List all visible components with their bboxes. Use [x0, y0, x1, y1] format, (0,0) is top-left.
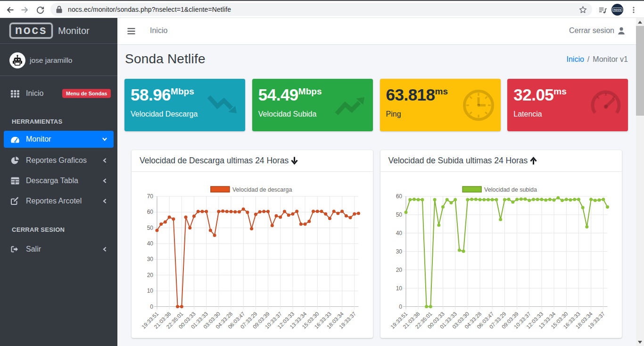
navbar-link-logout[interactable]: Cerrar sesion [569, 26, 625, 35]
brand-link[interactable]: nocs Monitor [0, 18, 117, 44]
user-name[interactable]: jose jaramillo [30, 56, 72, 65]
sidebar-section-cerrar-sesion: CERRAR SESION [12, 226, 65, 233]
user-panel: jose jaramillo [0, 44, 117, 76]
svg-text:20: 20 [396, 267, 402, 273]
chart-title: Velocidad de Descarga ultimas 24 Horas [140, 156, 289, 166]
sidebar-item-salir[interactable]: Salir [4, 241, 114, 258]
browser-toolbar: nocs.ec/monitor/sondas.php?nselect=1&cli… [0, 0, 644, 18]
top-navbar: Inicio Cerrar sesion [117, 18, 636, 45]
svg-text:50: 50 [147, 225, 154, 231]
chart-card-subida: Velocidad de Subida ultimas 24 Horas 010… [380, 150, 622, 338]
chart-title: Velocidad de Subida ultimas 24 Horas [388, 156, 528, 166]
chart-card-header: Velocidad de Descarga ultimas 24 Horas [132, 150, 373, 172]
trend-up-icon [334, 89, 367, 122]
sidebar-item-reportes-graficos[interactable]: Reportes Graficos [4, 152, 114, 169]
sidebar-item-label: Salir [26, 245, 41, 253]
sidebar-item-label: Inicio [26, 89, 43, 98]
stat-value-unit: Mbps [298, 86, 322, 96]
bookmark-star-icon[interactable] [578, 5, 587, 14]
breadcrumb-current: Monitor v1 [593, 55, 628, 63]
profile-avatar-label: nocs [612, 8, 622, 12]
svg-text:0: 0 [399, 304, 402, 310]
user-avatar[interactable] [9, 52, 25, 68]
stat-value-unit: ms [553, 86, 566, 96]
stat-value-number: 54.49 [258, 85, 298, 104]
chevron-left-icon [102, 198, 107, 204]
stat-value: 32.05ms [513, 86, 567, 103]
breadcrumb: Inicio/Monitor v1 [566, 55, 628, 64]
back-icon [6, 5, 15, 15]
chart-pie-icon [10, 156, 20, 165]
sidebar-item-monitor[interactable]: Monitor [4, 131, 114, 148]
table-icon [10, 177, 20, 185]
stat-value: 63.818ms [386, 86, 448, 103]
sidebar-toggle-button[interactable] [127, 27, 135, 37]
sidebar-section-herramientas: HERRAMIENTAS [12, 118, 62, 125]
forward-icon [20, 5, 29, 15]
svg-text:Velocidad de descarga: Velocidad de descarga [232, 186, 292, 193]
stat-label: Ping [386, 110, 401, 118]
sidebar-item-reportes-arcotel[interactable]: Reportes Arcotel [4, 193, 114, 210]
hamburger-icon [127, 27, 135, 35]
sidebar-item-inicio[interactable]: Inicio Menu de Sondas [4, 85, 114, 102]
robot-avatar-icon [11, 54, 24, 67]
browser-extension-button[interactable] [597, 4, 608, 16]
stat-card-ping: 63.818ms Ping [380, 79, 501, 131]
navbar-link-inicio[interactable]: Inicio [150, 26, 167, 35]
stat-label: Latencia [513, 110, 542, 118]
browser-profile-avatar[interactable]: nocs [611, 4, 623, 16]
menu-de-sondas-badge: Menu de Sondas [62, 89, 111, 98]
svg-text:40: 40 [396, 230, 402, 236]
reload-icon [36, 6, 45, 15]
user-icon [618, 27, 625, 34]
browser-forward-button[interactable] [19, 4, 30, 16]
svg-text:10: 10 [147, 287, 154, 294]
th-grid-icon [10, 89, 20, 98]
stat-value-number: 58.96 [131, 85, 171, 104]
chevron-left-icon [102, 246, 107, 252]
svg-text:60: 60 [147, 209, 154, 215]
page-scrollbar[interactable] [636, 18, 644, 346]
gauge-icon [589, 89, 622, 122]
lock-icon [56, 6, 62, 13]
scrollbar-thumb[interactable] [636, 26, 644, 116]
svg-text:60: 60 [396, 193, 402, 200]
descarga-line-chart: 01020304050607019:33:5121:03:3822:35:010… [132, 172, 373, 338]
svg-text:0: 0 [150, 304, 153, 310]
content-area: Inicio Cerrar sesion Sonda Netlife Inici… [117, 18, 636, 346]
breadcrumb-inicio-link[interactable]: Inicio [566, 55, 584, 63]
stat-label: Velocidad Descarga [131, 110, 198, 118]
browser-menu-button[interactable] [628, 4, 639, 16]
svg-text:10: 10 [396, 285, 402, 292]
chevron-down-icon [102, 136, 107, 142]
chart-card-descarga: Velocidad de Descarga ultimas 24 Horas 0… [132, 150, 373, 338]
page-title: Sonda Netlife [125, 51, 206, 67]
arrow-down-icon [290, 156, 298, 165]
logout-label: Cerrar sesion [569, 26, 614, 35]
kebab-menu-icon [630, 6, 637, 14]
address-bar[interactable]: nocs.ec/monitor/sondas.php?nselect=1&cli… [50, 3, 592, 16]
chart-card-header: Velocidad de Subida ultimas 24 Horas [380, 150, 622, 172]
stat-card-latencia: 32.05ms Latencia [507, 79, 628, 131]
stat-card-velocidad-subida: 54.49Mbps Velocidad Subida [252, 79, 373, 131]
stat-label: Velocidad Subida [258, 110, 317, 118]
stat-value: 54.49Mbps [258, 86, 322, 103]
browser-back-button[interactable] [5, 4, 16, 16]
playlist-icon [598, 6, 607, 15]
edit-icon [10, 197, 20, 205]
stat-value-number: 32.05 [513, 85, 553, 104]
stat-value-unit: ms [435, 86, 448, 96]
stat-value: 58.96Mbps [131, 86, 194, 103]
arrow-up-icon [529, 156, 537, 165]
svg-text:50: 50 [396, 211, 402, 218]
chevron-left-icon [102, 158, 107, 163]
browser-reload-button[interactable] [34, 4, 46, 16]
subida-line-chart: 010203040506019:33:5121:03:3822:35:0100:… [380, 172, 622, 338]
sidebar-item-label: Reportes Arcotel [26, 197, 82, 205]
scrollbar-up-arrow[interactable] [636, 18, 644, 26]
stat-value-number: 63.818 [386, 85, 435, 104]
svg-text:20: 20 [147, 272, 154, 278]
nocs-logo: nocs [9, 23, 53, 39]
sidebar-item-descarga-tabla[interactable]: Descarga Tabla [4, 172, 114, 189]
scrollbar-down-arrow[interactable] [636, 338, 644, 346]
